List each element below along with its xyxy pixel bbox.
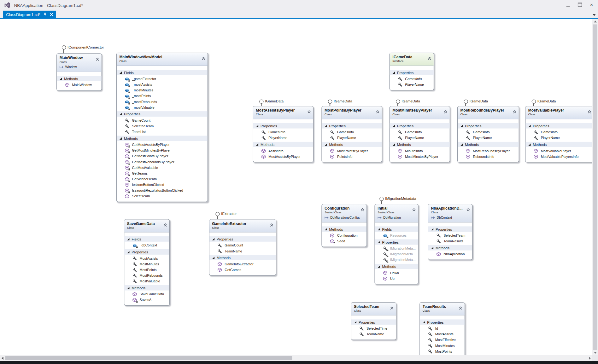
expander-icon[interactable]	[325, 228, 327, 230]
expander-icon[interactable]	[378, 241, 380, 243]
member-row[interactable]: AssistInfo	[253, 148, 313, 153]
section-header-fields[interactable]: Fields	[375, 226, 418, 232]
member-row[interactable]: SelectedTime	[351, 326, 396, 331]
member-row[interactable]: MostPoints	[420, 348, 464, 354]
member-row[interactable]: MinutesInfo	[390, 148, 450, 153]
expander-icon[interactable]	[378, 228, 380, 230]
member-row[interactable]: IMigrationMeta...	[375, 257, 418, 263]
member-row[interactable]: TeamName	[209, 248, 276, 254]
member-row[interactable]: MostEffective	[420, 337, 464, 343]
member-row[interactable]: _mostPoints	[117, 93, 208, 99]
interface-lollipop[interactable]	[464, 99, 468, 103]
expander-icon[interactable]	[256, 143, 258, 146]
vertical-scrollbar[interactable]	[592, 19, 598, 355]
expander-icon[interactable]	[212, 238, 214, 240]
section-header-methods[interactable]: Methods	[375, 264, 418, 269]
expander-icon[interactable]	[325, 124, 327, 127]
expander-icon[interactable]	[60, 77, 62, 80]
section-header-properties[interactable]: Properties	[209, 236, 276, 242]
class-box-mostreboundsbyplayer[interactable]: MostReboundsByPlayerClassPropertiesGames…	[457, 106, 519, 162]
section-header-properties[interactable]: Properties	[428, 226, 472, 232]
member-row[interactable]: MostAssists	[420, 331, 464, 337]
section-header-properties[interactable]: Properties	[375, 240, 418, 245]
member-row[interactable]: GetGames	[209, 267, 276, 273]
collapse-chevron-icon[interactable]	[163, 222, 167, 226]
member-row[interactable]: _mostMinutes	[117, 87, 208, 93]
expander-icon[interactable]	[423, 321, 425, 323]
expander-icon[interactable]	[392, 71, 395, 74]
diagram-canvas[interactable]: MainWindowClassWindowMethodsMainWindowIC…	[0, 19, 592, 355]
expander-icon[interactable]	[431, 228, 433, 230]
member-row[interactable]: PlayerName	[390, 135, 450, 141]
member-row[interactable]: _gameExtractor	[117, 76, 208, 82]
member-row[interactable]: MostRebounds	[124, 273, 169, 278]
section-header-properties[interactable]: Properties	[322, 123, 382, 129]
member-row[interactable]: MostAssistsByPlayer	[253, 153, 313, 159]
member-row[interactable]: GetMostReboundsByPlayer	[117, 159, 208, 165]
member-row[interactable]: GamesInfo	[390, 129, 450, 135]
interface-lollipop[interactable]	[379, 196, 384, 200]
section-header-properties[interactable]: Properties	[390, 123, 450, 129]
class-box-mainwindowviewmodel[interactable]: MainWIndowViewModelClassFields_gameExtra…	[116, 53, 208, 202]
section-header-methods[interactable]: Methods	[390, 142, 450, 147]
member-row[interactable]: GetMostValuable	[117, 165, 208, 170]
section-header-methods[interactable]: Methods	[57, 76, 101, 81]
member-row[interactable]: MostValuablePlayersInfo	[525, 153, 592, 159]
expander-icon[interactable]	[460, 124, 463, 127]
class-box-savegamedata[interactable]: SaveGameDataClassFields_dbContextPropert…	[124, 219, 170, 306]
scroll-right-icon[interactable]	[589, 357, 591, 360]
section-header-methods[interactable]: Methods	[124, 285, 169, 291]
expander-icon[interactable]	[119, 71, 122, 74]
expander-icon[interactable]	[354, 321, 356, 323]
member-row[interactable]: Resources	[375, 233, 418, 238]
class-box-teamresults[interactable]: TeamResultsClassPropertiesIdMostAssistsM…	[419, 302, 465, 355]
interface-lollipop[interactable]	[259, 99, 263, 103]
collapse-chevron-icon[interactable]	[587, 109, 591, 113]
section-header-fields[interactable]: Fields	[117, 70, 208, 75]
member-row[interactable]: GamesInfo	[525, 129, 592, 135]
interface-lollipop[interactable]	[531, 99, 536, 103]
member-row[interactable]: GetWinnerTeam	[117, 176, 208, 182]
member-row[interactable]: GamesInfo	[390, 76, 434, 82]
class-box-mainwindow[interactable]: MainWindowClassWindowMethodsMainWindow	[56, 53, 102, 91]
class-box-selectedteam[interactable]: SelectedTeamClassPropertiesSelectedTimeT…	[351, 302, 396, 340]
member-row[interactable]: PlayerName	[322, 135, 382, 141]
collapse-chevron-icon[interactable]	[428, 55, 432, 59]
member-row[interactable]: MostPointsByPlayer	[322, 148, 382, 153]
section-header-properties[interactable]: Properties	[420, 319, 464, 325]
expander-icon[interactable]	[119, 137, 122, 140]
expander-icon[interactable]	[431, 246, 433, 249]
horizontal-scrollbar[interactable]	[0, 355, 592, 361]
expander-icon[interactable]	[325, 143, 327, 146]
member-row[interactable]: TeamResults	[428, 238, 472, 244]
interface-lollipop[interactable]	[62, 45, 66, 49]
collapse-chevron-icon[interactable]	[458, 305, 462, 309]
member-row[interactable]: MostMinutesByPlayer	[390, 153, 450, 159]
expander-icon[interactable]	[256, 124, 258, 127]
member-row[interactable]: MostMinutes	[124, 261, 169, 267]
member-row[interactable]: MostValuablePlayer	[525, 148, 592, 153]
member-row[interactable]: _mostAssists	[117, 82, 208, 87]
member-row[interactable]: GamesInfo	[322, 129, 382, 135]
scroll-left-icon[interactable]	[2, 357, 3, 360]
class-box-nbaaplicationd[interactable]: NbaAplicationD...ClassDbContextPropertie…	[428, 204, 472, 260]
section-header-properties[interactable]: Properties	[458, 123, 519, 129]
pin-icon[interactable]	[43, 13, 47, 16]
section-header-methods[interactable]: Methods	[458, 142, 519, 147]
section-header-properties[interactable]: Properties	[253, 123, 313, 129]
collapse-chevron-icon[interactable]	[466, 206, 470, 211]
section-header-properties[interactable]: Properties	[390, 70, 434, 75]
member-row[interactable]: PointsInfo	[322, 153, 382, 159]
member-row[interactable]: SavesA	[124, 297, 169, 303]
section-header-methods[interactable]: Methods	[209, 255, 276, 260]
section-header-methods[interactable]: Methods	[253, 142, 313, 147]
class-box-mostassistsbyplayer[interactable]: MostAssistsByPlayerClassPropertiesGamesI…	[253, 106, 314, 162]
member-row[interactable]: IMigrationMeta...	[375, 251, 418, 257]
section-header-fields[interactable]: Fields	[124, 236, 169, 242]
section-header-properties[interactable]: Properties	[525, 123, 592, 129]
minimize-button[interactable]	[565, 2, 571, 7]
expander-icon[interactable]	[127, 238, 130, 240]
collapse-chevron-icon[interactable]	[376, 109, 380, 113]
section-header-methods[interactable]: Methods	[322, 142, 382, 147]
tab-close-icon[interactable]	[50, 13, 53, 16]
